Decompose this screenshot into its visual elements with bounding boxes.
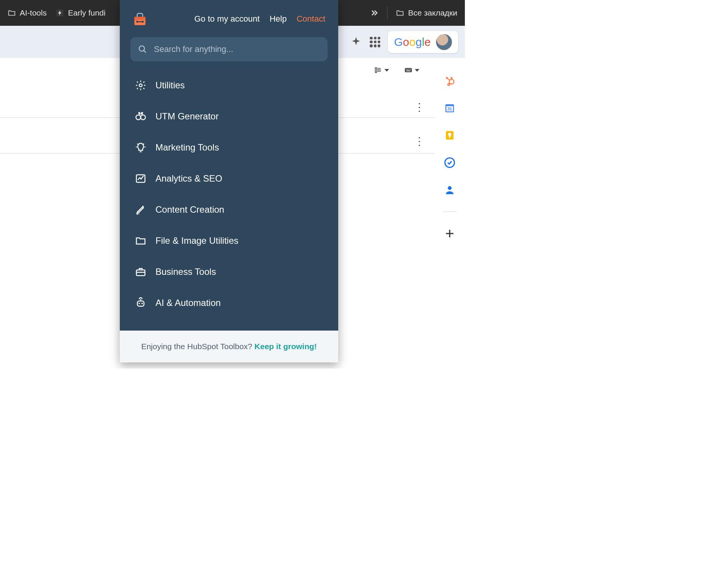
svg-line-9 <box>447 78 450 80</box>
search-input[interactable] <box>147 44 320 54</box>
pen-icon <box>135 204 146 215</box>
briefcase-icon <box>135 266 146 278</box>
hubspot-toolbox-popup: Go to my account Help Contact Utilities … <box>120 0 338 362</box>
bookmark-early-fundi[interactable]: Early fundi <box>56 8 105 17</box>
menu-label: Utilities <box>155 80 185 91</box>
svg-rect-3 <box>407 69 408 70</box>
svg-point-18 <box>448 133 452 136</box>
menu-label: Marketing Tools <box>155 142 219 153</box>
gear-icon <box>135 80 146 91</box>
svg-point-10 <box>451 77 453 79</box>
editing-icon <box>374 66 382 74</box>
chevron-down-icon <box>415 69 419 72</box>
bookmark-folder-aitools[interactable]: AI-tools <box>8 8 47 17</box>
footer-text: Enjoying the HubSpot Toolbox? <box>141 342 252 351</box>
calendar-icon[interactable]: 31 <box>444 102 455 114</box>
menu-label: Content Creation <box>155 204 224 215</box>
toolbox-logo-icon <box>133 11 147 27</box>
google-logo: Google <box>394 36 431 49</box>
footer-cta-link[interactable]: Keep it growing! <box>254 342 317 351</box>
menu-business[interactable]: Business Tools <box>124 256 334 287</box>
svg-point-27 <box>139 46 144 51</box>
folder-icon <box>8 9 16 17</box>
svg-rect-6 <box>406 71 411 71</box>
all-bookmarks-label: Все закладки <box>408 8 457 17</box>
svg-rect-34 <box>137 301 144 306</box>
chart-icon <box>135 173 146 184</box>
menu-utilities[interactable]: Utilities <box>124 70 334 101</box>
svg-point-31 <box>141 115 146 120</box>
bulb-icon <box>135 142 146 153</box>
all-bookmarks[interactable]: Все закладки <box>396 8 457 17</box>
popup-links: Go to my account Help Contact <box>195 14 326 24</box>
bookmark-label: AI-tools <box>20 8 47 17</box>
contacts-icon[interactable] <box>444 184 455 196</box>
svg-point-21 <box>448 186 452 190</box>
apps-grid-icon[interactable] <box>370 37 380 47</box>
menu-ai[interactable]: AI & Automation <box>124 287 334 318</box>
menu-label: UTM Generator <box>155 111 219 122</box>
chevron-down-icon <box>384 69 389 72</box>
menu-content[interactable]: Content Creation <box>124 194 334 225</box>
contact-link[interactable]: Contact <box>297 14 325 24</box>
popup-header: Go to my account Help Contact <box>120 0 338 30</box>
search-field[interactable] <box>130 37 328 61</box>
svg-rect-26 <box>138 21 143 22</box>
view-mode-button[interactable] <box>374 66 389 74</box>
overflow-menu-button[interactable]: ⋮ <box>414 101 425 113</box>
menu-file[interactable]: File & Image Utilities <box>124 225 334 256</box>
menu-marketing[interactable]: Marketing Tools <box>124 132 334 163</box>
svg-line-13 <box>449 83 450 84</box>
svg-rect-2 <box>406 69 407 70</box>
menu-label: File & Image Utilities <box>155 235 238 246</box>
bolt-icon <box>56 9 64 17</box>
google-account-chip[interactable]: Google <box>388 31 458 53</box>
svg-rect-23 <box>134 17 145 20</box>
robot-icon <box>135 297 146 309</box>
avatar[interactable] <box>436 34 452 50</box>
sparkle-icon[interactable] <box>350 36 362 48</box>
keyboard-button[interactable] <box>404 66 419 74</box>
keyboard-icon <box>404 66 413 74</box>
help-link[interactable]: Help <box>270 14 287 24</box>
hubspot-icon[interactable] <box>444 75 455 86</box>
svg-rect-1 <box>405 68 412 72</box>
menu-label: Analytics & SEO <box>155 173 222 184</box>
popup-footer: Enjoying the HubSpot Toolbox? Keep it gr… <box>120 331 338 362</box>
popup-menu: Utilities UTM Generator Marketing Tools … <box>120 64 338 331</box>
menu-label: AI & Automation <box>155 298 221 308</box>
search-icon <box>138 45 147 54</box>
svg-point-36 <box>141 303 143 304</box>
svg-line-28 <box>144 50 146 53</box>
binoculars-icon <box>135 111 146 122</box>
svg-rect-19 <box>449 136 450 138</box>
divider <box>443 212 457 212</box>
folder-icon <box>396 9 404 17</box>
chrome-side-panel: 31 <box>435 60 465 368</box>
account-link[interactable]: Go to my account <box>195 14 260 24</box>
svg-rect-5 <box>410 69 411 70</box>
bookmark-label: Early fundi <box>68 8 105 17</box>
svg-point-29 <box>139 84 142 87</box>
folder-icon <box>135 235 146 246</box>
svg-text:31: 31 <box>447 107 452 111</box>
menu-label: Business Tools <box>155 267 216 277</box>
menu-utm[interactable]: UTM Generator <box>124 101 334 132</box>
svg-point-35 <box>138 303 140 304</box>
tasks-icon[interactable] <box>444 157 455 168</box>
svg-point-30 <box>136 115 141 120</box>
chevron-double-right-icon[interactable] <box>370 8 379 17</box>
svg-rect-4 <box>409 69 410 70</box>
divider <box>387 6 388 19</box>
add-button[interactable] <box>444 228 455 239</box>
overflow-menu-button[interactable]: ⋮ <box>414 135 425 147</box>
keep-icon[interactable] <box>444 130 455 141</box>
menu-analytics[interactable]: Analytics & SEO <box>124 163 334 194</box>
